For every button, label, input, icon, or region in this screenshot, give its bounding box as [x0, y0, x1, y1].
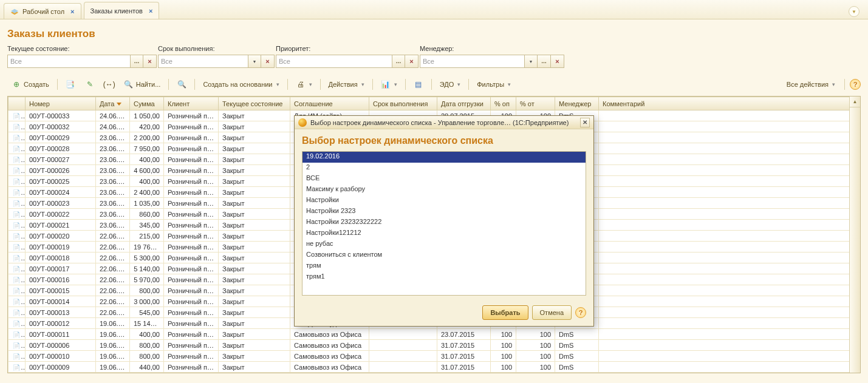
document-icon	[12, 309, 21, 316]
arrows-icon: (↔)	[104, 80, 114, 89]
column-header[interactable]: Комментарий	[599, 97, 860, 110]
filter-due-input[interactable]: Все	[158, 55, 248, 68]
dialog-close-button[interactable]: ✕	[580, 118, 590, 127]
list-item[interactable]: Максиму к разбору	[302, 185, 586, 195]
select-button[interactable]	[392, 55, 405, 68]
help-button[interactable]: ?	[575, 307, 586, 318]
document-icon	[12, 265, 21, 273]
clear-button[interactable]: ×	[261, 55, 275, 68]
column-header[interactable]: % оп	[491, 97, 516, 110]
document-icon	[12, 243, 21, 251]
create-based-button[interactable]: Создать на основании	[199, 77, 283, 92]
list-view-button[interactable]: ▤	[409, 77, 428, 92]
filter-manager-input[interactable]: Все	[420, 55, 524, 68]
column-header[interactable]: Клиент	[164, 97, 219, 110]
dialog-titlebar[interactable]: Выбор настроек динамического списка - Уп…	[295, 116, 593, 129]
list-item[interactable]: Настройки121212	[302, 228, 586, 239]
settings-picker-dialog: Выбор настроек динамического списка - Уп…	[294, 115, 594, 327]
filter-priority-input[interactable]: Все	[276, 55, 392, 68]
tab-orders[interactable]: Заказы клиентов ×	[84, 2, 160, 19]
document-icon	[12, 276, 21, 283]
list-item[interactable]: ВСЕ	[302, 174, 586, 185]
report-button[interactable]: 📊	[377, 77, 402, 92]
document-icon	[12, 123, 21, 130]
document-icon	[12, 298, 21, 305]
document-icon	[12, 211, 21, 218]
column-header[interactable]: Дата отгрузки	[437, 97, 491, 110]
document-icon	[12, 254, 21, 262]
tabs-menu-button[interactable]: ▼	[849, 6, 859, 17]
edo-button[interactable]: ЭДО	[436, 77, 465, 92]
list-item[interactable]: Настройки 2323	[302, 206, 586, 217]
vertical-scrollbar[interactable]: ▲	[849, 97, 860, 373]
column-header[interactable]: % от	[516, 97, 555, 110]
document-icon	[12, 353, 21, 360]
dropdown-button[interactable]	[248, 55, 261, 68]
help-button[interactable]: ?	[850, 79, 861, 90]
clear-button[interactable]: ×	[551, 55, 564, 68]
print-button[interactable]: 🖨	[292, 77, 316, 92]
table-row[interactable]: 00УТ-00001019.06.2…800,00Розничный по…За…	[9, 351, 860, 362]
settings-listbox[interactable]: 19.02.20162ВСЕМаксиму к разборуНастройки…	[302, 151, 586, 296]
column-header[interactable]: Сумма	[130, 97, 164, 110]
zoom-button[interactable]: 🔍	[173, 77, 191, 92]
list-item[interactable]: 2	[302, 163, 586, 174]
list-item[interactable]: Настройки	[302, 195, 586, 206]
copy-button[interactable]: 📑	[61, 77, 80, 92]
tab-label: Заказы клиентов	[91, 7, 143, 15]
list-item[interactable]: трям	[302, 261, 586, 272]
actions-button[interactable]: Действия	[324, 77, 369, 92]
column-header[interactable]: Номер	[26, 97, 96, 110]
document-icon	[12, 222, 21, 229]
swap-button[interactable]: (↔)	[100, 77, 118, 92]
filter-bar: Текущее состояние: Все × Срок выполнения…	[7, 45, 861, 72]
filter-label-due: Срок выполнения:	[158, 45, 275, 52]
all-actions-button[interactable]: Все действия	[782, 77, 839, 92]
toolbar: ⊕Создать 📑 ✎ (↔) 🔍Найти... 🔍 Создать на …	[7, 75, 861, 93]
table-row[interactable]: 00УТ-00000919.06.2…440,00Розничный по…За…	[9, 362, 860, 373]
select-button[interactable]: Выбрать	[482, 305, 528, 320]
list-item[interactable]: 19.02.2016	[302, 152, 586, 163]
find-button[interactable]: 🔍Найти...	[120, 77, 165, 92]
filters-button[interactable]: Фильтры	[473, 77, 515, 92]
document-icon	[12, 342, 21, 349]
table-row[interactable]: 00УТ-00000619.06.2…800,00Розничный по…За…	[9, 340, 860, 351]
column-header[interactable]: Дата	[96, 97, 130, 110]
select-button[interactable]	[130, 55, 143, 68]
column-header[interactable]	[9, 97, 26, 110]
tab-bar: Рабочий стол × Заказы клиентов × ▼	[0, 0, 868, 19]
close-icon[interactable]: ×	[149, 7, 152, 15]
tab-label: Рабочий стол	[22, 8, 64, 15]
document-icon	[12, 189, 21, 196]
list-item[interactable]: не рубас	[302, 239, 586, 250]
tab-desktop[interactable]: Рабочий стол ×	[4, 3, 81, 19]
list-item[interactable]: Настройки 23232322222	[302, 217, 586, 228]
filter-label-manager: Менеджер:	[420, 45, 564, 52]
cancel-button[interactable]: Отмена	[532, 305, 572, 320]
chart-icon: 📊	[381, 80, 391, 89]
clear-button[interactable]: ×	[143, 55, 157, 68]
magnifier-icon: 🔍	[177, 80, 186, 89]
list-item[interactable]: трям1	[302, 272, 586, 283]
filter-state-input[interactable]: Все	[7, 55, 130, 68]
sort-desc-icon	[117, 103, 121, 106]
dropdown-button[interactable]	[524, 55, 538, 68]
document-icon	[12, 320, 21, 327]
column-header[interactable]: Менеджер	[555, 97, 599, 110]
close-icon[interactable]: ×	[70, 8, 74, 15]
document-icon	[12, 178, 21, 185]
document-icon	[12, 134, 21, 141]
column-header[interactable]: Соглашение	[290, 97, 369, 110]
list-item[interactable]: Созвониться с клиентом	[302, 250, 586, 261]
column-header[interactable]: Срок выполнения	[369, 97, 437, 110]
document-icon	[12, 331, 21, 338]
scroll-up-button[interactable]: ▲	[850, 97, 860, 107]
table-row[interactable]: 00УТ-00001119.06.2…400,00Розничный по…За…	[9, 329, 860, 340]
select-button[interactable]	[538, 55, 551, 68]
column-header[interactable]: Текущее состояние	[219, 97, 290, 110]
pencil-icon: ✎	[85, 80, 95, 89]
edit-button[interactable]: ✎	[81, 77, 99, 92]
create-button[interactable]: ⊕Создать	[7, 77, 53, 92]
clear-button[interactable]: ×	[405, 55, 419, 68]
document-icon	[12, 167, 21, 174]
